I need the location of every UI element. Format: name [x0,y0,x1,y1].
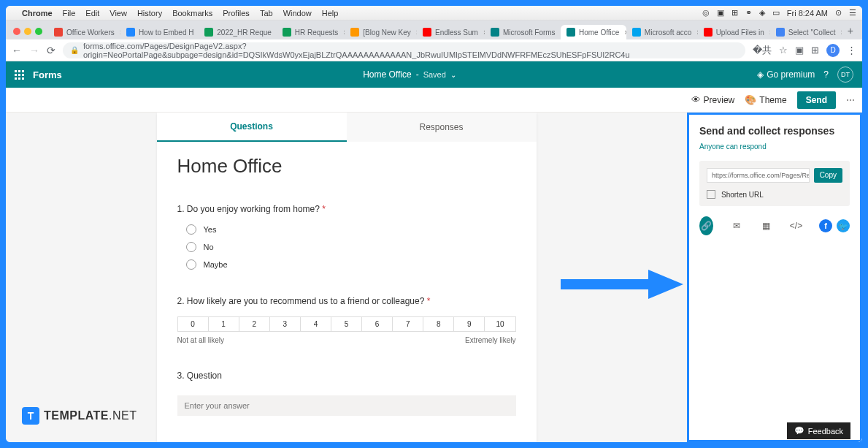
app-launcher-icon[interactable] [15,70,24,80]
go-premium-button[interactable]: ◈Go premium [757,69,815,80]
menu-profiles[interactable]: Profiles [223,9,250,18]
annotation-arrow-icon [561,266,685,303]
menu-history[interactable]: History [137,9,162,18]
tab-questions[interactable]: Questions [157,113,347,142]
browser-tab-active[interactable]: Home Office× [561,25,626,39]
nps-cell[interactable]: 4 [301,317,331,331]
browser-tab[interactable]: Office Workers× [48,25,120,39]
email-share-icon[interactable]: ✉ [729,216,743,235]
menu-tab[interactable]: Tab [260,9,273,18]
menu-bookmarks[interactable]: Bookmarks [172,9,212,18]
chevron-down-icon[interactable]: ⌄ [450,71,456,79]
forward-icon[interactable]: → [29,45,39,56]
nps-cell[interactable]: 7 [393,317,423,331]
forms-toolbar: 👁Preview 🎨Theme Send ⋯ [6,88,862,113]
radio-option[interactable]: Yes [177,224,516,235]
profile-avatar[interactable]: D [826,44,840,57]
feedback-button[interactable]: 💬Feedback [787,422,850,439]
diamond-icon: ◈ [757,69,764,80]
spotlight-icon[interactable]: ⊙ [835,8,842,18]
copy-button[interactable]: Copy [814,168,842,183]
radio-option[interactable]: No [177,242,516,252]
app-name[interactable]: Chrome [22,9,53,18]
new-tab-button[interactable]: + [842,22,859,39]
browser-tab[interactable]: [Blog New Key× [345,25,417,39]
watermark: T TEMPLATE.NET [22,407,137,425]
eye-icon: 👁 [691,94,701,105]
menu-icon[interactable]: ⋮ [847,45,856,56]
extensions-icon[interactable]: ⊞ [811,45,819,56]
link-share-icon[interactable]: 🔗 [699,216,713,235]
nps-cell[interactable]: 6 [362,317,393,331]
lock-icon: 🔒 [70,46,79,54]
twitter-icon[interactable]: 🐦 [837,219,850,232]
clock[interactable]: Fri 8:24 AM [787,9,828,18]
radio-option[interactable]: Maybe [177,259,516,270]
nps-cell[interactable]: 0 [178,317,209,331]
menu-file[interactable]: File [63,9,76,18]
status-icon: ▣ [717,8,724,18]
browser-tab[interactable]: 2022_HR Reque× [199,25,276,39]
radio-icon [186,224,196,235]
browser-tab[interactable]: Microsoft acco× [626,25,698,39]
menu-window[interactable]: Window [283,9,312,18]
nps-cell[interactable]: 2 [239,317,270,331]
palette-icon: 🎨 [745,94,756,105]
panel-subtitle[interactable]: Anyone can respond [699,143,850,151]
nps-cell[interactable]: 3 [270,317,301,331]
nps-cell[interactable]: 1 [209,317,239,331]
question-1: 1. Do you enjoy working from home? * Yes… [177,204,516,270]
window-controls[interactable] [9,28,48,39]
browser-tab[interactable]: Upload Files in× [698,25,770,39]
nps-cell[interactable]: 8 [423,317,454,331]
menu-help[interactable]: Help [322,9,339,18]
document-title[interactable]: Home Office-Saved⌄ [363,69,456,80]
nps-high-label: Extremely likely [465,336,515,344]
browser-tab[interactable]: Microsoft Forms× [485,25,561,39]
checkbox-icon [707,190,715,199]
user-avatar[interactable]: DT [837,67,853,83]
form-title[interactable]: Home Office [177,155,516,178]
forms-brand[interactable]: Forms [33,69,62,80]
share-url-field[interactable]: https://forms.office.com/Pages/Resp... [707,168,810,183]
bluetooth-icon[interactable]: ⚭ [745,8,752,18]
battery-icon[interactable]: ▭ [772,8,780,18]
reload-icon[interactable]: ⟳ [47,45,55,56]
control-center-icon[interactable]: ☰ [849,8,856,18]
chat-icon: 💬 [794,426,804,436]
menu-edit[interactable]: Edit [85,9,99,18]
nps-scale[interactable]: 0 1 2 3 4 5 6 7 8 9 10 [177,316,516,332]
nps-cell[interactable]: 9 [454,317,485,331]
share-icon[interactable]: �共 [753,44,772,57]
theme-button[interactable]: 🎨Theme [745,94,786,105]
mac-menubar: Chrome File Edit View History Bookmarks … [6,6,862,20]
address-bar: ← → ⟳ 🔒forms.office.com/Pages/DesignPage… [6,39,862,61]
question-3: 3. Question [177,371,516,416]
nps-cell[interactable]: 10 [485,317,515,331]
browser-tab[interactable]: Endless Sum× [417,25,485,39]
radio-icon [186,242,196,252]
embed-share-icon[interactable]: </> [789,216,803,235]
browser-tab[interactable]: How to Embed H× [120,25,199,39]
help-icon[interactable]: ? [823,69,829,80]
shorten-checkbox[interactable]: Shorten URL [707,190,842,199]
extensions-icon[interactable]: ▣ [795,45,804,56]
menu-view[interactable]: View [110,9,127,18]
back-icon[interactable]: ← [12,45,22,56]
bookmark-icon[interactable]: ☆ [779,45,788,56]
url-field[interactable]: 🔒forms.office.com/Pages/DesignPageV2.asp… [63,42,745,58]
question-2: 2. How likely are you to recommend us to… [177,296,516,344]
more-icon[interactable]: ⋯ [846,95,855,105]
tab-responses[interactable]: Responses [347,113,537,142]
nps-cell[interactable]: 5 [331,317,362,331]
answer-input[interactable] [177,395,516,416]
wifi-icon[interactable]: ◈ [759,8,765,18]
qr-share-icon[interactable]: ▦ [759,216,773,235]
panel-title: Send and collect responses [699,125,850,137]
preview-button[interactable]: 👁Preview [691,94,735,105]
facebook-icon[interactable]: f [819,219,832,232]
browser-tab[interactable]: Select "Collect× [770,25,842,39]
browser-tab[interactable]: HR Requests× [277,25,345,39]
send-button[interactable]: Send [797,91,836,109]
status-icon: ⊞ [731,8,738,18]
